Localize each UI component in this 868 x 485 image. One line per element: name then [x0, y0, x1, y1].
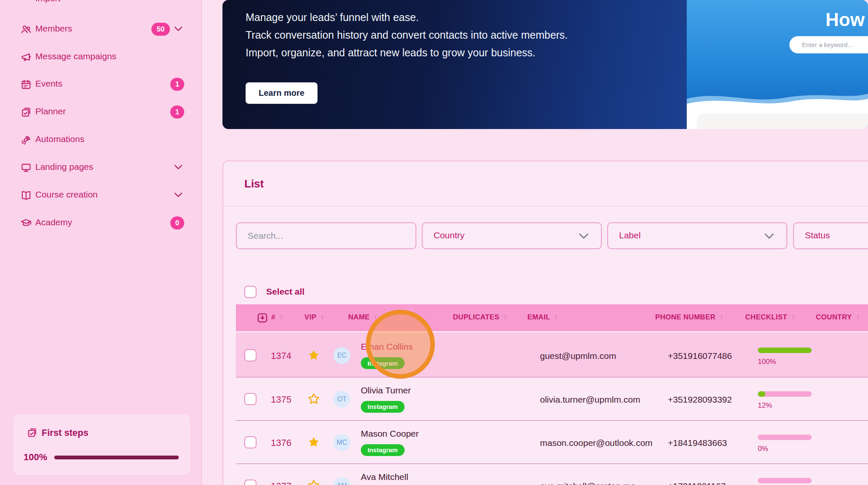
sidebar-item-landing-pages[interactable]: Landing pages	[0, 158, 201, 177]
column-header-id[interactable]: #↑↓	[271, 313, 284, 322]
column-header-checklist[interactable]: CHECKLIST↑↓	[745, 313, 796, 322]
sidebar-item-events[interactable]: Events1	[0, 75, 201, 94]
table-header-row: #↑↓VIP↑↓NAME↑↓DUPLICATES↑↓EMAIL↑↓PHONE N…	[236, 304, 868, 331]
vip-star-outline-icon[interactable]	[307, 478, 321, 485]
checklist-progress-bar	[758, 435, 812, 440]
sidebar-item-import[interactable]: Import	[35, 0, 61, 3]
contact-email: olivia.turner@upmlm.com	[540, 395, 640, 405]
contact-name[interactable]: Ava Mitchell	[361, 472, 408, 482]
learn-more-button[interactable]: Learn more	[246, 82, 318, 104]
row-id: 1374	[271, 351, 291, 361]
vip-star-outline-icon[interactable]	[307, 392, 321, 406]
label-dropdown[interactable]: Label	[607, 222, 787, 249]
channel-badge: Instagram	[361, 401, 405, 413]
column-header-name[interactable]: NAME↑↓	[348, 313, 378, 322]
column-header-duplicates[interactable]: DUPLICATES↑↓	[453, 313, 508, 322]
sort-icon[interactable]: ↑↓	[280, 314, 284, 321]
sidebar-item-label: Events	[35, 79, 62, 89]
count-badge: 0	[170, 216, 184, 229]
contact-phone: +351916077486	[668, 351, 732, 361]
checklist-percent: 0%	[758, 445, 768, 453]
sidebar-item-message-campaigns[interactable]: Message campaigns	[0, 47, 201, 67]
sidebar-item-academy[interactable]: Academy0	[0, 214, 201, 233]
chevron-down-icon	[579, 233, 588, 240]
column-label: COUNTRY	[816, 313, 852, 321]
clipboard-check-icon	[26, 427, 38, 438]
row-checkbox[interactable]	[244, 393, 257, 405]
sort-icon[interactable]: ↑↓	[320, 314, 325, 321]
column-header-country[interactable]: COUNTRY↑↓	[816, 313, 860, 322]
checklist-percent: 12%	[758, 401, 772, 410]
count-badge: 1	[170, 78, 184, 91]
column-label: VIP	[304, 313, 316, 321]
sort-icon[interactable]: ↑↓	[720, 314, 724, 321]
contact-name[interactable]: Mason Cooper	[361, 429, 419, 439]
users-icon	[20, 24, 32, 35]
country-dropdown[interactable]: Country	[422, 222, 602, 249]
vip-star-filled-icon[interactable]	[307, 348, 321, 362]
book-icon	[20, 190, 32, 201]
count-badge: 50	[151, 23, 170, 36]
contact-phone: +18419483663	[668, 438, 727, 448]
graduation-cap-icon	[20, 217, 32, 229]
column-header-phone[interactable]: PHONE NUMBER↑↓	[655, 313, 724, 322]
chevron-down-icon[interactable]	[174, 26, 183, 32]
row-id: 1376	[271, 438, 291, 448]
vip-star-filled-icon[interactable]	[307, 435, 321, 449]
first-steps-card[interactable]: First steps 100%	[13, 413, 191, 476]
table-row[interactable]: 1375OTOlivia TurnerInstagramolivia.turne…	[236, 377, 868, 421]
banner-line: Manage your leads’ funnel with ease.	[246, 11, 419, 24]
channel-badge: Instagram	[361, 444, 405, 456]
sidebar-item-planner[interactable]: Planner1	[0, 103, 201, 122]
sidebar-item-label: Message campaigns	[35, 51, 116, 61]
table-row[interactable]: 1374ECEthan CollinsInstagramguest@upmlm.…	[236, 331, 868, 377]
sidebar-item-label: Members	[35, 24, 72, 34]
select-all-checkbox[interactable]	[244, 286, 257, 298]
helpcenter-heading: How C	[826, 9, 868, 30]
row-checkbox[interactable]	[244, 436, 257, 448]
column-label: NAME	[348, 313, 370, 321]
row-id: 1375	[271, 394, 291, 405]
first-steps-title: First steps	[42, 427, 88, 438]
sidebar-item-members[interactable]: Members50	[0, 20, 201, 39]
banner-line: Track conversation history and convert c…	[246, 29, 568, 41]
sort-icon[interactable]: ↑↓	[374, 314, 378, 321]
list-title: List	[244, 177, 264, 190]
chevron-down-icon[interactable]	[174, 192, 183, 198]
sidebar-item-label: Automations	[35, 134, 85, 144]
banner-line: Import, organize, and attract new leads …	[246, 47, 535, 59]
sort-icon[interactable]: ↑↓	[503, 314, 508, 321]
avatar: EC	[333, 347, 350, 364]
sort-icon[interactable]: ↑↓	[856, 314, 860, 321]
first-steps-progress-bar	[54, 456, 179, 459]
checklist-progress-bar	[758, 478, 812, 483]
sort-icon[interactable]: ↑↓	[791, 314, 796, 321]
import-export-icon[interactable]	[256, 311, 269, 324]
column-label: PHONE NUMBER	[655, 313, 715, 321]
column-label: #	[271, 313, 275, 321]
contact-name[interactable]: Ethan Collins	[361, 342, 413, 352]
first-steps-percent: 100%	[24, 452, 47, 463]
monitor-icon	[20, 162, 32, 174]
select-all-label: Select all	[266, 287, 304, 297]
sidebar-item-label: Academy	[35, 217, 72, 227]
chevron-down-icon	[765, 233, 774, 240]
row-checkbox[interactable]	[244, 480, 257, 485]
column-header-vip[interactable]: VIP↑↓	[304, 313, 325, 322]
sidebar-item-label: Landing pages	[35, 162, 93, 172]
avatar: AM	[333, 477, 350, 485]
contact-name[interactable]: Olivia Turner	[361, 385, 411, 395]
status-dropdown[interactable]: Status	[793, 222, 868, 249]
table-row[interactable]: 1376MCMason CooperInstagrammason.cooper@…	[236, 421, 868, 464]
checklist-progress-bar	[758, 348, 812, 353]
column-header-email[interactable]: EMAIL↑↓	[527, 313, 558, 322]
row-checkbox[interactable]	[244, 349, 257, 361]
sidebar-item-course-creation[interactable]: Course creation	[0, 186, 201, 205]
search-input[interactable]	[236, 222, 416, 249]
contact-email: ava.mitchell@proton.me	[540, 481, 635, 485]
table-row[interactable]: 1377AMAva MitchellInstagramava.mitchell@…	[236, 464, 868, 485]
sort-icon[interactable]: ↑↓	[554, 314, 558, 321]
sidebar-item-automations[interactable]: Automations	[0, 130, 201, 150]
rocket-icon	[20, 134, 32, 146]
chevron-down-icon[interactable]	[174, 164, 183, 170]
